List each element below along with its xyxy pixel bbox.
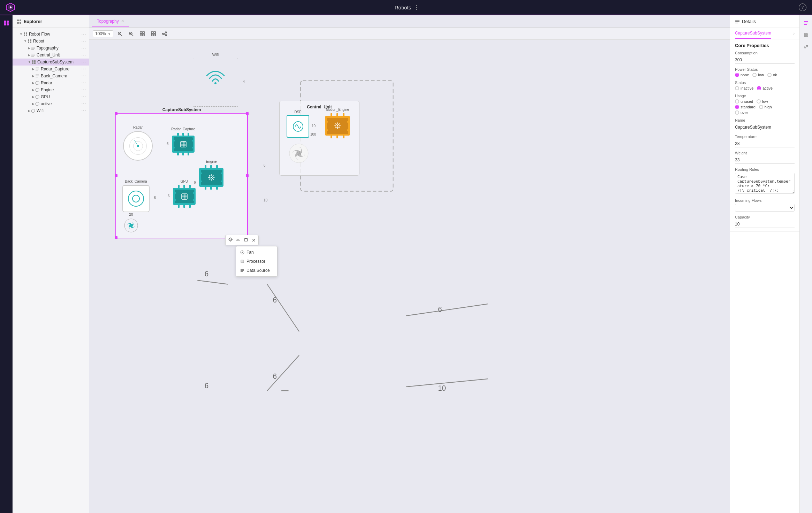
power-none-radio[interactable]: none <box>735 73 749 77</box>
grid-button[interactable] <box>149 30 158 37</box>
usage-over-radio[interactable]: over <box>735 110 748 115</box>
status-active-radio[interactable]: active <box>757 86 773 90</box>
radar-capture-chip[interactable]: Radar_Capture <box>172 133 195 155</box>
mini-delete-button[interactable] <box>243 237 249 244</box>
share-button[interactable] <box>160 30 169 37</box>
radar-icon <box>35 81 39 85</box>
topography-dots[interactable]: ⋯ <box>81 45 86 51</box>
sidebar-nav-icon[interactable] <box>1 31 11 40</box>
capture-dots[interactable]: ⋯ <box>81 59 86 65</box>
canvas-viewport[interactable]: 6 10 6 6 6 6 Wifi <box>89 40 730 513</box>
expand-back-camera[interactable]: ▶ <box>32 74 35 78</box>
tree-item-engine[interactable]: ▶ Engine ⋯ <box>13 86 89 93</box>
zoom-in-button[interactable] <box>127 30 136 37</box>
context-menu-data-source[interactable]: Data Source <box>236 266 277 275</box>
tab-topography[interactable]: Topography ✕ <box>92 17 129 26</box>
mini-toolbar[interactable]: ✏ ✕ <box>225 235 259 245</box>
properties-panel-btn[interactable] <box>801 18 811 28</box>
gpu-chip[interactable]: GPU <box>173 185 196 208</box>
usage-low-radio[interactable]: low <box>757 99 768 104</box>
back-camera-component[interactable]: Back_Camera 6 <box>122 185 150 212</box>
expand-active[interactable]: ▶ <box>32 102 35 106</box>
name-input[interactable] <box>735 124 795 131</box>
status-inactive-radio[interactable]: inactive <box>735 86 753 90</box>
incoming-flows-select[interactable] <box>735 204 795 212</box>
zoom-display[interactable]: 100% ▼ <box>93 30 113 37</box>
expand-robot-flow[interactable]: ▼ <box>20 32 23 36</box>
tree-item-robot[interactable]: ▼ Robot ⋯ <box>13 38 89 45</box>
zoom-out-button[interactable] <box>115 30 124 37</box>
radar-capture-dots[interactable]: ⋯ <box>81 66 86 72</box>
tab-close-icon[interactable]: ✕ <box>121 19 124 23</box>
active-component[interactable]: 20 <box>124 218 138 234</box>
details-nav-capture[interactable]: CaptureSubSystem <box>735 28 771 39</box>
tree-item-radar-capture[interactable]: ▶ Radar_Capture ⋯ <box>13 66 89 72</box>
power-low-circle <box>752 73 757 77</box>
expand-robot[interactable]: ▼ <box>24 39 27 43</box>
usage-high-radio[interactable]: high <box>759 105 772 109</box>
svg-rect-12 <box>26 32 27 34</box>
tree-item-capture-subsystem[interactable]: ▼ CaptureSubSystem ⋯ <box>13 59 89 66</box>
expand-radar[interactable]: ▶ <box>32 81 35 85</box>
radar-inner <box>129 137 147 155</box>
capture-subsystem-box[interactable]: CaptureSubSystem Radar <box>115 113 248 238</box>
weight-input[interactable] <box>735 156 795 164</box>
context-menu-fan[interactable]: Fan <box>236 248 277 257</box>
zoom-dropdown-icon[interactable]: ▼ <box>108 32 111 36</box>
back-camera-dots[interactable]: ⋯ <box>81 73 86 79</box>
expand-central-unit[interactable]: ▶ <box>28 53 30 57</box>
motion-engine-chip[interactable]: Motion_Engine <box>325 113 350 138</box>
power-low-radio[interactable]: low <box>752 73 764 77</box>
tree-item-central-unit[interactable]: ▶ Central_Unit ⋯ <box>13 52 89 59</box>
capacity-input[interactable] <box>735 221 795 228</box>
tree-item-radar[interactable]: ▶ Radar ⋯ <box>13 79 89 86</box>
power-ok-radio[interactable]: ok <box>767 73 777 77</box>
routing-rules-textarea[interactable]: Case CaptureSubSystem.temperature > 70 °… <box>735 173 795 194</box>
fit-view-button[interactable] <box>138 30 147 37</box>
details-nav-chevron[interactable]: › <box>793 31 795 36</box>
usage-standard-radio[interactable]: standard <box>735 105 756 109</box>
central-unit-box[interactable]: Central_Unit DSP 10 100 Mot <box>279 101 359 176</box>
robot-flow-dots[interactable]: ⋯ <box>81 31 86 37</box>
tree-item-active[interactable]: ▶ active ⋯ <box>13 100 89 107</box>
robot-dots[interactable]: ⋯ <box>81 38 86 44</box>
svg-rect-5 <box>4 23 6 25</box>
context-menu-processor[interactable]: Processor <box>236 257 277 266</box>
radar-dots[interactable]: ⋯ <box>81 80 86 86</box>
expand-capture[interactable]: ▼ <box>28 60 31 64</box>
node-panel-btn[interactable] <box>801 30 811 40</box>
temperature-input[interactable] <box>735 140 795 147</box>
tree-item-gpu[interactable]: ▶ GPU ⋯ <box>13 93 89 100</box>
help-button[interactable]: ? <box>799 3 806 11</box>
mini-settings-button[interactable] <box>228 237 234 244</box>
central-unit-dots[interactable]: ⋯ <box>81 52 86 58</box>
active-dots[interactable]: ⋯ <box>81 101 86 107</box>
engine-pins-top <box>203 165 220 168</box>
engine-chip[interactable]: Engine <box>199 165 223 190</box>
link-panel-btn[interactable] <box>801 42 811 52</box>
expand-engine[interactable]: ▶ <box>32 88 35 92</box>
usage-unused-radio[interactable]: unused <box>735 99 753 104</box>
tree-item-wifi[interactable]: ▶ Wifi ⋯ <box>13 107 89 114</box>
expand-radar-capture[interactable]: ▶ <box>32 67 35 71</box>
radar-component[interactable]: Radar <box>123 131 153 161</box>
expand-wifi[interactable]: ▶ <box>28 109 30 113</box>
dsp-component[interactable]: DSP 10 <box>287 115 309 138</box>
expand-gpu[interactable]: ▶ <box>32 95 35 99</box>
menu-icon[interactable]: ⋮ <box>414 4 419 11</box>
sidebar-explorer-icon[interactable] <box>1 18 11 28</box>
expand-topography[interactable]: ▶ <box>28 46 30 50</box>
gpu-dots[interactable]: ⋯ <box>81 94 86 100</box>
pin <box>182 133 184 136</box>
engine-dots[interactable]: ⋯ <box>81 87 86 93</box>
motion-fan-component[interactable] <box>288 143 309 165</box>
tree-item-robot-flow[interactable]: ▼ Robot Flow ⋯ <box>13 31 89 38</box>
mini-close-button[interactable]: ✕ <box>251 237 256 244</box>
mini-edit-button[interactable]: ✏ <box>236 237 241 244</box>
consumption-input[interactable] <box>735 56 795 64</box>
fan-menu-icon <box>240 250 244 254</box>
wifi-dots[interactable]: ⋯ <box>81 108 86 114</box>
tree-item-back-camera[interactable]: ▶ Back_Camera ⋯ <box>13 72 89 79</box>
tree-item-topography[interactable]: ▶ Topography ⋯ <box>13 45 89 52</box>
conn-10-main: 10 <box>264 198 267 202</box>
